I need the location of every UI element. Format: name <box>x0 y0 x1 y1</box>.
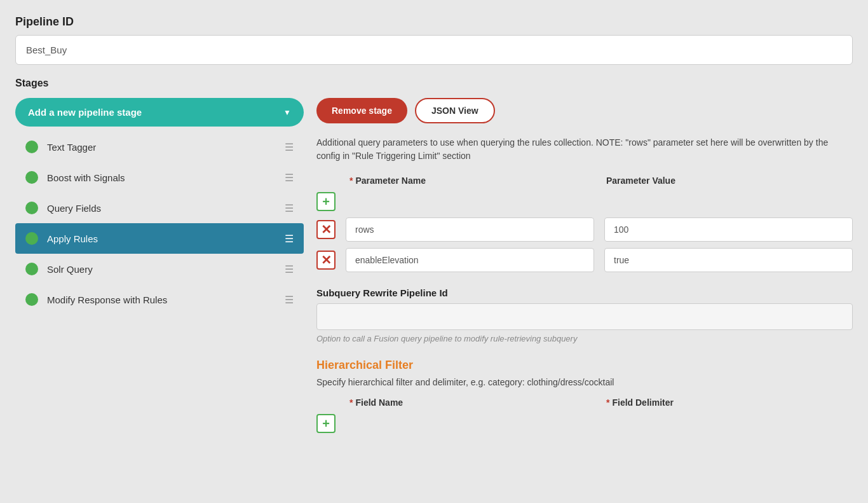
stage-name: Solr Query <box>47 264 276 275</box>
drag-handle-icon[interactable]: ☰ <box>285 263 294 275</box>
field-delimiter-header: * Field Delimiter <box>606 397 853 408</box>
add-stage-label: Add a new pipeline stage <box>28 107 142 118</box>
stage-name: Query Fields <box>47 203 276 214</box>
right-panel: Remove stage JSON View Additional query … <box>304 98 853 446</box>
param-section: * Parameter Name Parameter Value + ✕ <box>316 176 853 272</box>
add-field-row: + <box>316 414 853 433</box>
param-row-0: ✕ <box>316 217 853 242</box>
required-star: * <box>349 176 353 186</box>
required-star: * <box>606 397 609 408</box>
main-layout: Add a new pipeline stage ▼ Text Tagger ☰… <box>15 98 853 446</box>
stage-status-dot <box>25 202 38 214</box>
field-name-header: * Field Name <box>349 397 596 408</box>
param-add-row: + <box>316 192 853 211</box>
stage-status-dot <box>25 141 38 153</box>
page-wrapper: Pipeline ID Stages Add a new pipeline st… <box>0 0 868 503</box>
stage-status-dot <box>25 293 38 306</box>
json-view-button[interactable]: JSON View <box>415 98 495 123</box>
sidebar-item-solr-query[interactable]: Solr Query ☰ <box>15 254 304 284</box>
hierarchical-desc: Specify hierarchical filter and delimite… <box>316 377 853 387</box>
param-header: * Parameter Name Parameter Value <box>316 176 853 186</box>
chevron-down-icon: ▼ <box>283 108 291 117</box>
drag-handle-icon[interactable]: ☰ <box>285 233 294 245</box>
field-header-row: * Field Name * Field Delimiter <box>316 397 853 408</box>
param-name-input-0[interactable] <box>346 217 594 242</box>
sidebar-item-text-tagger[interactable]: Text Tagger ☰ <box>15 132 304 162</box>
stage-name: Text Tagger <box>47 142 276 153</box>
stage-status-dot <box>25 232 38 245</box>
pipeline-id-input[interactable] <box>15 35 853 65</box>
remove-stage-button[interactable]: Remove stage <box>316 98 407 123</box>
stage-name: Modify Response with Rules <box>47 294 276 305</box>
subquery-label: Subquery Rewrite Pipeline Id <box>316 287 853 298</box>
pipeline-id-label: Pipeline ID <box>15 15 853 29</box>
required-star: * <box>349 397 353 408</box>
sidebar-item-modify-response[interactable]: Modify Response with Rules ☰ <box>15 284 304 315</box>
subquery-input[interactable] <box>316 303 853 330</box>
sidebar-item-query-fields[interactable]: Query Fields ☰ <box>15 193 304 223</box>
stage-name: Boost with Signals <box>47 172 276 183</box>
stage-name: Apply Rules <box>47 233 276 244</box>
add-param-button[interactable]: + <box>316 192 336 211</box>
stage-status-dot <box>25 263 38 275</box>
param-value-header: Parameter Value <box>606 176 853 186</box>
header-spacer <box>316 176 339 186</box>
add-field-button[interactable]: + <box>316 414 336 433</box>
hierarchical-title: Hierarchical Filter <box>316 359 853 372</box>
param-name-input-1[interactable] <box>346 248 594 272</box>
stages-label: Stages <box>15 78 853 89</box>
remove-param-button-0[interactable]: ✕ <box>316 220 336 239</box>
stage-status-dot <box>25 171 38 184</box>
remove-param-button-1[interactable]: ✕ <box>316 251 336 270</box>
param-name-header: * Parameter Name <box>349 176 596 186</box>
subquery-section: Subquery Rewrite Pipeline Id Option to c… <box>316 287 853 343</box>
param-value-input-1[interactable] <box>604 248 853 272</box>
field-spacer <box>316 397 339 408</box>
sidebar: Add a new pipeline stage ▼ Text Tagger ☰… <box>15 98 304 446</box>
top-buttons: Remove stage JSON View <box>316 98 853 123</box>
param-value-input-0[interactable] <box>604 217 853 242</box>
subquery-hint: Option to call a Fusion query pipeline t… <box>316 334 853 343</box>
description-text: Additional query parameters to use when … <box>316 136 853 163</box>
drag-handle-icon[interactable]: ☰ <box>285 202 294 214</box>
sidebar-item-apply-rules[interactable]: Apply Rules ☰ <box>15 223 304 254</box>
drag-handle-icon[interactable]: ☰ <box>285 294 294 306</box>
param-row-1: ✕ <box>316 248 853 272</box>
add-stage-button[interactable]: Add a new pipeline stage ▼ <box>15 98 304 127</box>
hierarchical-section: Hierarchical Filter Specify hierarchical… <box>316 359 853 433</box>
drag-handle-icon[interactable]: ☰ <box>285 141 294 153</box>
drag-handle-icon[interactable]: ☰ <box>285 172 294 184</box>
sidebar-item-boost-with-signals[interactable]: Boost with Signals ☰ <box>15 162 304 193</box>
